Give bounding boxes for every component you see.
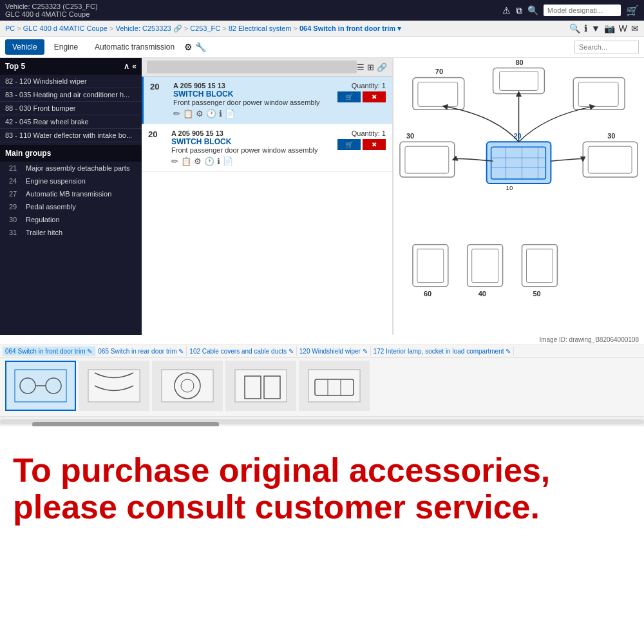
nav-search-input[interactable] [574,41,639,53]
clipboard-icon-2[interactable]: 📋 [181,156,191,166]
thumb-label-3[interactable]: 120 Windshield wiper ✎ [297,346,371,356]
clock-icon-1[interactable]: 🕐 [206,109,216,118]
sidebar-item-5[interactable]: 83 - 110 Water deflector with intake bo.… [0,129,142,142]
svg-rect-38 [162,370,213,402]
copy-icon[interactable]: ⧉ [516,5,522,16]
group-label-27: Automatic MB transmission [26,190,111,198]
warning-icon[interactable]: ⚠ [502,5,511,15]
email-icon[interactable]: ✉ [631,23,639,33]
group-item-30[interactable]: 30 Regulation [0,213,142,226]
breadcrumb-pc[interactable]: PC [5,24,15,32]
info-icon[interactable]: ℹ [584,23,587,33]
vehicle-info: Vehicle: C253323 (C253_FC) GLC 400 d 4MA… [5,3,98,18]
breadcrumb-tools: 🔍 ℹ ▼ 📷 W ✉ [569,23,639,33]
svg-text:30: 30 [607,132,615,140]
thumb-label-2[interactable]: 102 Cable covers and cable ducts ✎ [187,346,296,356]
doc-icon-1[interactable]: 📄 [225,109,235,118]
group-item-24[interactable]: 24 Engine suspension [0,175,142,187]
group-label-21: Major assembly detachable parts [26,164,129,172]
tab-vehicle[interactable]: Vehicle [5,39,44,55]
menu-icon[interactable]: « [132,62,137,71]
sidebar-item-4[interactable]: 42 - 045 Rear wheel brake [0,115,142,129]
thumb-label-1[interactable]: 065 Switch in rear door trim ✎ [95,346,187,356]
grid-icon[interactable]: ⊞ [367,62,374,72]
thumb-3[interactable] [225,361,296,411]
info2-icon-2[interactable]: ℹ [217,156,220,166]
thumbnail-labels: 064 Switch in front door trim ✎ 065 Swit… [0,345,644,358]
top5-controls: ∧ « [124,62,137,71]
search-icon[interactable]: 🔍 [527,5,538,15]
doc-icon-2[interactable]: 📄 [223,156,233,166]
top-bar: Vehicle: C253323 (C253_FC) GLC 400 d 4MA… [0,0,644,21]
sidebar-item-3[interactable]: 88 - 030 Front bumper [0,102,142,115]
top5-label: Top 5 [5,62,25,71]
remove-cart-btn-2[interactable]: ✖ [363,139,386,150]
part-number-2: A 205 905 15 13 [171,129,329,137]
remove-cart-btn-1[interactable]: ✖ [363,91,386,102]
thumb-4[interactable] [299,361,370,411]
settings-icon[interactable]: ⚙ [184,42,193,52]
edit-icon-2[interactable]: ✏ [171,156,178,166]
group-num-31: 31 [9,229,22,236]
sidebar-item-1[interactable]: 82 - 120 Windshield wiper [0,75,142,88]
add-to-cart-btn-1[interactable]: 🛒 [337,91,361,102]
breadcrumb-glc[interactable]: GLC 400 d 4MATIC Coupe [23,24,108,32]
zoom-icon[interactable]: 🔍 [569,23,580,33]
group-label-24: Engine suspension [26,177,86,185]
vehicle-name: GLC 400 d 4MATIC Coupe [5,10,98,18]
svg-rect-44 [308,370,360,402]
parts-list-header: ☰ ⊞ 🔗 [142,58,392,77]
svg-text:60: 60 [424,290,431,298]
svg-rect-37 [88,370,140,402]
bike-icon[interactable]: 🔧 [195,42,206,52]
clipboard-icon-1[interactable]: 📋 [183,109,193,118]
filter-icon[interactable]: ▼ [591,23,600,33]
group-item-27[interactable]: 27 Automatic MB transmission [0,187,142,200]
clock-icon-2[interactable]: 🕐 [204,156,214,166]
group-item-29[interactable]: 29 Pedal assembly [0,200,142,213]
part-name-2: SWITCH BLOCK [171,137,329,146]
svg-text:40: 40 [478,290,486,298]
scrollbar-thumb[interactable] [32,422,219,426]
svg-text:70: 70 [435,68,443,75]
settings2-icon-2[interactable]: ⚙ [194,156,202,166]
thumb-1[interactable] [79,361,149,411]
part-item-2: 20 A 205 905 15 13 SWITCH BLOCK Front pa… [142,124,392,172]
part-qty-2: Quantity: 1 🛒 ✖ [334,129,386,150]
thumb-label-4[interactable]: 172 Interior lamp, socket in load compar… [371,346,515,356]
edit-icon-1[interactable]: ✏ [173,109,180,118]
part-details-1: A 205 905 15 13 SWITCH BLOCK Front passe… [173,82,329,118]
group-item-21[interactable]: 21 Major assembly detachable parts [0,162,142,175]
tab-engine[interactable]: Engine [47,39,85,55]
thumb-2[interactable] [152,361,223,411]
cart-icon[interactable]: 🛒 [626,5,639,17]
tab-transmission[interactable]: Automatic transmission [88,39,182,55]
add-to-cart-btn-2[interactable]: 🛒 [337,139,361,150]
word-icon[interactable]: W [619,23,627,33]
scrollbar-area [0,416,644,426]
model-search-input[interactable] [544,5,621,16]
breadcrumb-current[interactable]: 064 Switch in front door trim ▾ [299,24,401,33]
diagram-svg: 80 70 30 30 20 10 [393,58,644,335]
list-icon[interactable]: ☰ [357,62,365,72]
scrollbar-track [0,419,644,424]
vehicle-id: Vehicle: C253323 (C253_FC) [5,3,98,10]
group-item-31[interactable]: 31 Trailer hitch [0,226,142,239]
nav-tabs-bar: Vehicle Engine Automatic transmission ⚙ … [0,37,644,58]
camera-icon[interactable]: 📷 [604,23,615,33]
sidebar-item-2[interactable]: 83 - 035 Heating and air conditioner h..… [0,88,142,102]
breadcrumb-electrical[interactable]: 82 Electrical system [229,24,292,32]
info2-icon-1[interactable]: ℹ [219,109,222,118]
breadcrumb-vehicle[interactable]: Vehicle: C253323 🔗 [115,24,182,33]
collapse-icon[interactable]: ∧ [124,62,129,71]
settings2-icon-1[interactable]: ⚙ [196,109,204,118]
thumbnail-images [0,358,644,416]
breadcrumb-fc[interactable]: C253_FC [190,24,220,32]
sidebar: Top 5 ∧ « 82 - 120 Windshield wiper 83 -… [0,58,142,335]
part-details-2: A 205 905 15 13 SWITCH BLOCK Front passe… [171,129,329,166]
diagram-area: 80 70 30 30 20 10 [393,58,644,335]
thumb-0[interactable] [5,361,76,411]
thumb-label-0[interactable]: 064 Switch in front door trim ✎ [3,346,95,356]
link-icon[interactable]: 🔗 [377,62,387,72]
top5-header: Top 5 ∧ « [0,58,142,75]
